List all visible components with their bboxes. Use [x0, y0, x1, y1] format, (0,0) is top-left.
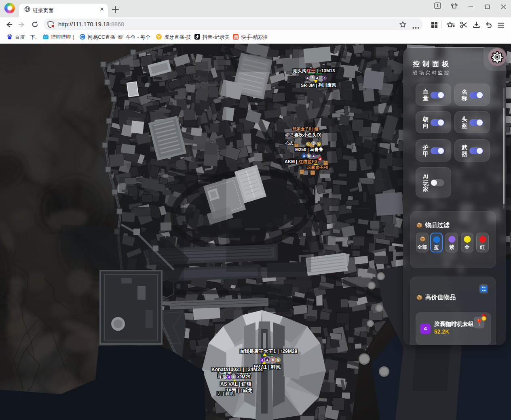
svg-text:1: 1 [436, 3, 439, 8]
